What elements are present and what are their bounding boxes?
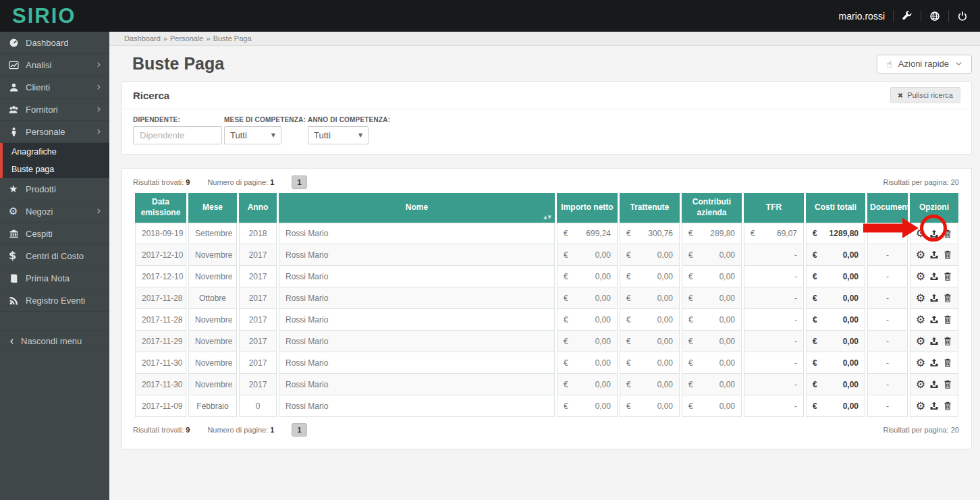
- upload-icon[interactable]: [929, 229, 939, 239]
- trash-icon[interactable]: [943, 379, 952, 389]
- gear-icon[interactable]: ⚙: [916, 228, 925, 239]
- sidebar-item-prodotti[interactable]: ★Prodotti: [0, 178, 109, 200]
- upload-icon[interactable]: [929, 358, 939, 368]
- sidebar-item-analisi[interactable]: Analisi: [0, 54, 109, 76]
- sidebar-item-cespiti[interactable]: Cespiti: [0, 223, 109, 245]
- trash-icon[interactable]: [943, 250, 952, 260]
- chevron-right-icon: [96, 208, 103, 215]
- upload-icon[interactable]: [929, 336, 939, 346]
- username[interactable]: mario.rossi: [839, 11, 885, 22]
- sidebar-item-clienti[interactable]: Clienti: [0, 76, 109, 99]
- sidebar-item-negozi[interactable]: ⚙Negozi: [0, 200, 109, 223]
- row-actions: ⚙: [916, 401, 952, 412]
- sidebar-item-buste-paga[interactable]: Buste paga: [0, 161, 109, 178]
- column-header-trattenute[interactable]: Trattenute: [620, 193, 680, 223]
- upload-icon[interactable]: [929, 250, 939, 260]
- quick-actions-button[interactable]: ☝ Azioni rapide: [877, 55, 972, 74]
- sidebar-item-personale[interactable]: Personale: [0, 121, 109, 143]
- bank-icon: [9, 229, 26, 239]
- hide-menu-button[interactable]: Nascondi menu: [0, 330, 109, 352]
- power-icon[interactable]: [957, 11, 968, 22]
- gear-icon[interactable]: ⚙: [916, 336, 925, 347]
- cell-documento: -: [867, 266, 908, 287]
- cell-opzioni: ⚙: [910, 244, 958, 266]
- cell-tfr: -: [744, 287, 804, 309]
- clear-search-button[interactable]: ✖ Pulisci ricerca: [890, 87, 960, 103]
- sort-asc-desc-icon[interactable]: ▲▼: [543, 215, 552, 221]
- cell-trattenute: €0,00: [620, 374, 680, 395]
- table-row: 2017-11-30Novembre2017Rossi Mario€0,00€0…: [135, 374, 958, 395]
- column-header-importo-netto[interactable]: Importo netto: [557, 193, 618, 223]
- column-header-contributi-azienda[interactable]: Contributi azienda: [682, 193, 742, 223]
- breadcrumb-personale[interactable]: Personale: [170, 34, 204, 43]
- sidebar-item-dashboard[interactable]: Dashboard: [0, 32, 109, 54]
- breadcrumb-dashboard[interactable]: Dashboard: [124, 34, 161, 43]
- column-header-tfr[interactable]: TFR: [744, 193, 804, 223]
- currency-symbol: €: [688, 401, 693, 411]
- gear-icon[interactable]: ⚙: [916, 358, 925, 368]
- wrench-icon[interactable]: [902, 11, 913, 22]
- mese-competenza-select[interactable]: Tutti ▼: [224, 126, 281, 144]
- trash-icon[interactable]: [943, 271, 952, 281]
- sidebar-item-centri-di-costo[interactable]: $Centri di Costo: [0, 245, 109, 267]
- cell-importo-netto: €0,00: [557, 266, 618, 287]
- breadcrumb-separator: »: [207, 34, 211, 43]
- cell-nome: Rossi Mario: [279, 395, 555, 417]
- column-header-documento[interactable]: Documento: [867, 193, 908, 223]
- gear-icon[interactable]: ⚙: [916, 401, 925, 412]
- trash-icon[interactable]: [943, 401, 952, 411]
- app-logo[interactable]: SIRIO: [12, 5, 76, 26]
- page-number-button[interactable]: 1: [292, 423, 306, 437]
- sidebar-item-anagrafiche[interactable]: Anagrafiche: [0, 143, 109, 161]
- gear-icon[interactable]: ⚙: [916, 293, 925, 304]
- trash-icon[interactable]: [943, 336, 952, 346]
- sidebar-item-fornitori[interactable]: Fornitori: [0, 99, 109, 121]
- cell-importo-netto: €0,00: [557, 331, 618, 352]
- gear-icon[interactable]: ⚙: [916, 271, 925, 282]
- sidebar-item-prima-nota[interactable]: Prima Nota: [0, 267, 109, 289]
- amount-value: 0,00: [843, 272, 859, 281]
- chevron-down-icon: [955, 60, 962, 67]
- currency-symbol: €: [688, 272, 693, 281]
- sidebar-item-label: Fornitori: [26, 105, 58, 115]
- row-actions: ⚙: [916, 228, 952, 239]
- dipendente-input[interactable]: [133, 126, 222, 144]
- cell-anno: 2017: [239, 287, 277, 309]
- column-header-mese[interactable]: Mese: [188, 193, 237, 223]
- column-header-data-emissione[interactable]: Data emissione: [135, 193, 186, 223]
- column-header-opzioni[interactable]: Opzioni: [910, 193, 958, 223]
- trash-icon[interactable]: [943, 358, 952, 368]
- sidebar-nav: DashboardAnalisiClientiFornitoriPersonal…: [0, 32, 109, 500]
- sidebar-item-label: Buste paga: [11, 165, 54, 174]
- cell-mese: Settembre: [188, 223, 237, 244]
- trash-icon[interactable]: [943, 229, 952, 239]
- gear-icon[interactable]: ⚙: [916, 379, 925, 390]
- cell-data-emissione: 2017-11-30: [135, 374, 186, 395]
- upload-icon[interactable]: [929, 293, 939, 303]
- upload-icon[interactable]: [929, 401, 939, 411]
- trash-icon[interactable]: [943, 314, 952, 325]
- amount-value: 0,00: [843, 380, 859, 389]
- anno-competenza-select[interactable]: Tutti ▼: [308, 126, 369, 144]
- column-header-anno[interactable]: Anno: [239, 193, 277, 223]
- trash-icon[interactable]: [943, 293, 952, 303]
- upload-icon[interactable]: [929, 379, 939, 389]
- cell-opzioni: ⚙: [910, 223, 958, 244]
- results-per-page: Risultati per pagina: 20: [883, 426, 959, 434]
- sidebar-item-registro-eventi[interactable]: Registro Eventi: [0, 289, 109, 312]
- globe-icon[interactable]: [929, 11, 940, 22]
- column-header-nome[interactable]: Nome▲▼: [279, 193, 555, 223]
- gear-icon[interactable]: ⚙: [916, 250, 925, 260]
- gear-icon[interactable]: ⚙: [916, 314, 925, 325]
- page-number-button[interactable]: 1: [292, 175, 306, 189]
- cell-nome: Rossi Mario: [279, 352, 555, 374]
- upload-icon[interactable]: [929, 271, 939, 281]
- amount-value: 0,00: [719, 337, 735, 346]
- row-actions: ⚙: [916, 250, 952, 260]
- upload-icon[interactable]: [929, 314, 939, 325]
- cell-opzioni: ⚙: [910, 395, 958, 417]
- row-actions: ⚙: [916, 271, 952, 282]
- gear-icon: ⚙: [9, 206, 26, 217]
- column-header-costi-totali[interactable]: Costi totali: [806, 193, 865, 223]
- cell-nome: Rossi Mario: [279, 244, 555, 266]
